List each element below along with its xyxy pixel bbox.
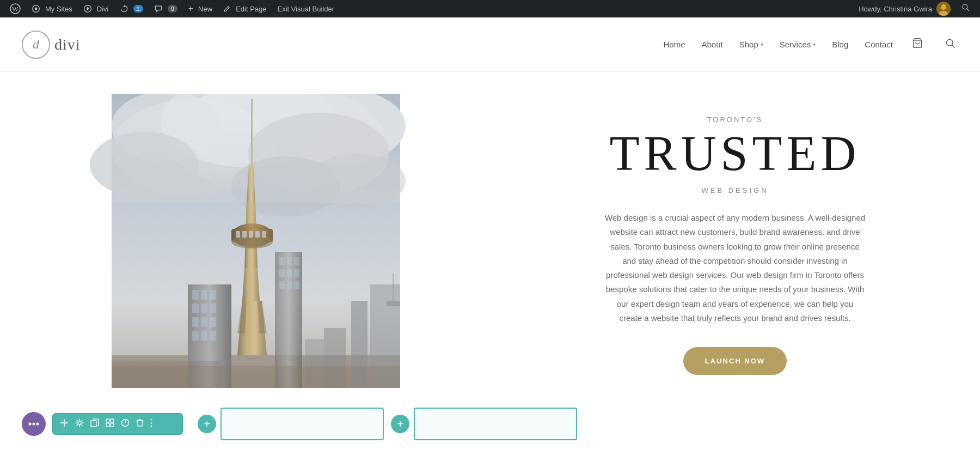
logo-circle: d xyxy=(22,31,50,59)
main-content: TORONTO'S TRUSTED WEB DESIGN Web design … xyxy=(0,72,980,446)
toolbar-add-icon[interactable] xyxy=(60,418,69,429)
nav-about[interactable]: About xyxy=(701,37,722,52)
hero-image xyxy=(22,94,490,388)
svg-rect-53 xyxy=(287,257,292,265)
nav-home-label: Home xyxy=(663,40,685,49)
new-label: New xyxy=(198,5,212,13)
nav-shop-label: Shop xyxy=(739,40,758,49)
user-avatar xyxy=(936,2,951,16)
svg-point-70 xyxy=(36,423,39,426)
svg-rect-73 xyxy=(106,419,109,422)
toolbar-more-icon[interactable] xyxy=(150,418,152,429)
divi-button[interactable]: Divi xyxy=(78,0,114,17)
nav-home[interactable]: Home xyxy=(663,37,685,52)
admin-bar: W My Sites Divi 1 0 + New xyxy=(0,0,980,17)
builder-add-col-2[interactable]: + xyxy=(391,415,409,433)
user-account-button[interactable]: Howdy, Christina Gwira xyxy=(853,2,956,16)
svg-rect-75 xyxy=(106,423,109,427)
svg-text:W: W xyxy=(12,5,19,13)
svg-point-79 xyxy=(151,422,152,424)
nav-about-label: About xyxy=(701,40,722,49)
svg-rect-57 xyxy=(294,269,299,277)
hero-description: Web design is a crucial aspect of any mo… xyxy=(604,211,866,325)
search-button[interactable] xyxy=(942,35,958,54)
builder-column-1-outline xyxy=(220,408,384,440)
svg-point-3 xyxy=(35,8,38,10)
svg-point-80 xyxy=(151,426,152,427)
svg-point-68 xyxy=(29,423,32,426)
updates-button[interactable]: 1 xyxy=(114,0,149,17)
site-header: d divi Home About Shop ▾ Services ▾ Blog… xyxy=(0,17,980,72)
svg-point-69 xyxy=(33,423,35,426)
wp-logo-button[interactable]: W xyxy=(4,0,26,17)
toolbar-settings-icon[interactable] xyxy=(75,418,84,429)
svg-rect-42 xyxy=(192,304,199,313)
nav-shop[interactable]: Shop ▾ xyxy=(739,37,763,52)
svg-rect-55 xyxy=(279,269,285,277)
trusted-heading: TRUSTED xyxy=(610,129,861,178)
svg-rect-47 xyxy=(210,317,216,327)
edit-page-label: Edit Page xyxy=(236,5,266,13)
svg-rect-56 xyxy=(287,269,292,277)
svg-point-9 xyxy=(946,39,953,46)
svg-point-78 xyxy=(151,419,152,421)
admin-search-button[interactable] xyxy=(956,3,976,14)
edit-page-button[interactable]: Edit Page xyxy=(218,0,272,17)
my-sites-label: My Sites xyxy=(45,5,72,13)
svg-rect-72 xyxy=(91,421,96,427)
nav-blog[interactable]: Blog xyxy=(832,37,848,52)
builder-section-toolbar xyxy=(52,413,183,435)
svg-rect-52 xyxy=(279,257,285,265)
builder-add-col-1[interactable]: + xyxy=(198,415,216,433)
exit-vb-label: Exit Visual Builder xyxy=(278,5,335,13)
svg-rect-33 xyxy=(255,231,260,238)
svg-marker-26 xyxy=(242,268,260,301)
toolbar-delete-icon[interactable] xyxy=(136,418,144,429)
builder-add-columns: + + xyxy=(195,408,577,440)
svg-rect-31 xyxy=(242,231,247,238)
svg-point-71 xyxy=(78,421,81,424)
builder-column-2-outline xyxy=(414,408,577,440)
shop-arrow-icon: ▾ xyxy=(761,41,763,47)
builder-options-button[interactable] xyxy=(22,412,46,436)
torontos-label: TORONTO'S xyxy=(707,116,763,124)
svg-rect-32 xyxy=(249,231,253,238)
toolbar-disable-icon[interactable] xyxy=(121,418,130,429)
site-nav: Home About Shop ▾ Services ▾ Blog Contac… xyxy=(663,35,958,54)
builder-toolbar-row: + + xyxy=(0,397,980,446)
svg-rect-64 xyxy=(393,274,394,301)
new-button[interactable]: + New xyxy=(183,0,218,17)
svg-rect-59 xyxy=(287,281,292,289)
web-design-label: WEB DESIGN xyxy=(701,186,768,195)
toolbar-layout-icon[interactable] xyxy=(106,418,114,429)
svg-rect-46 xyxy=(201,317,207,327)
svg-rect-58 xyxy=(279,281,285,289)
svg-rect-43 xyxy=(201,304,207,313)
logo-text: divi xyxy=(54,36,81,53)
nav-contact[interactable]: Contact xyxy=(865,37,893,52)
howdy-text: Howdy, Christina Gwira xyxy=(859,5,932,13)
svg-rect-44 xyxy=(210,304,216,313)
launch-now-button[interactable]: LAUNCH NOW xyxy=(683,347,787,375)
nav-services[interactable]: Services ▾ xyxy=(780,37,816,52)
site-logo[interactable]: d divi xyxy=(22,31,81,59)
svg-rect-39 xyxy=(192,290,199,300)
comments-count: 0 xyxy=(168,5,177,13)
hero-image-column xyxy=(0,94,490,397)
logo-letter: d xyxy=(33,37,39,52)
admin-bar-right: Howdy, Christina Gwira xyxy=(853,2,976,16)
cart-button[interactable] xyxy=(909,35,926,54)
my-sites-button[interactable]: My Sites xyxy=(26,0,78,17)
svg-point-8 xyxy=(963,4,967,9)
divi-label: Divi xyxy=(97,5,109,13)
comments-button[interactable]: 0 xyxy=(149,0,183,17)
svg-rect-60 xyxy=(294,281,299,289)
exit-vb-button[interactable]: Exit Visual Builder xyxy=(272,0,340,17)
nav-services-label: Services xyxy=(780,40,811,49)
toolbar-duplicate-icon[interactable] xyxy=(90,418,99,429)
svg-rect-40 xyxy=(201,290,207,300)
svg-rect-41 xyxy=(210,290,216,300)
svg-rect-54 xyxy=(294,257,299,265)
svg-rect-30 xyxy=(236,231,240,238)
nav-blog-label: Blog xyxy=(832,40,848,49)
